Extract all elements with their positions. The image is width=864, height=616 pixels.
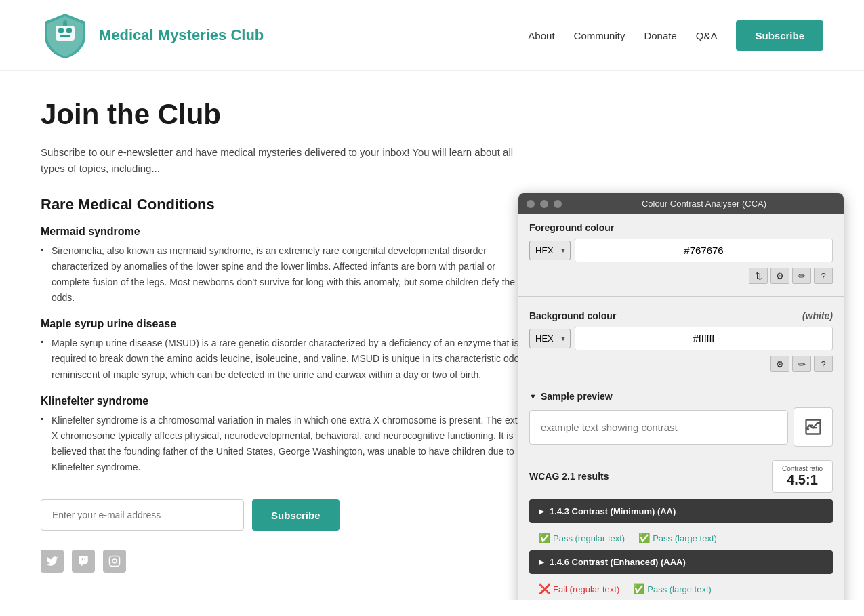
intro-text: Subscribe to our e-newsletter and have m… <box>41 144 529 177</box>
twitch-icon[interactable] <box>72 550 95 573</box>
criterion-2-result-regular: ❌ Fail (regular text) <box>539 583 619 594</box>
left-content: Join the Club Subscribe to our e-newslet… <box>41 98 529 573</box>
wcag-results-section: WCAG 2.1 results Contrast ratio 4.5:1 1.… <box>518 453 844 600</box>
svg-point-5 <box>63 20 67 24</box>
chart-icon <box>804 417 823 436</box>
cca-titlebar: Colour Contrast Analyser (CCA) <box>518 193 844 214</box>
site-header: Medical Mysteries Club About Community D… <box>0 0 864 71</box>
condition-desc-1: Sirenomelia, also known as mermaid syndr… <box>41 243 529 306</box>
foreground-input-row: HEX ▼ <box>529 239 833 262</box>
twitter-icon[interactable] <box>41 550 64 573</box>
cca-panel: Colour Contrast Analyser (CCA) Foregroun… <box>518 193 844 600</box>
foreground-label: Foreground colour <box>529 222 833 233</box>
eyedropper-fg-icon-btn[interactable]: ✏ <box>792 268 811 284</box>
svg-rect-3 <box>60 35 70 37</box>
background-hint: (white) <box>802 310 833 321</box>
titlebar-dot-2 <box>540 200 548 208</box>
wcag-header-row: WCAG 2.1 results Contrast ratio 4.5:1 <box>529 460 833 493</box>
svg-rect-0 <box>56 26 75 41</box>
condition-desc-3: Klinefelter syndrome is a chromosomal va… <box>41 413 529 475</box>
instagram-icon[interactable] <box>103 550 126 573</box>
sample-preview-label: Sample preview <box>529 391 833 402</box>
sample-preview-area: example text showing contrast <box>529 407 833 447</box>
condition-title-1: Mermaid syndrome <box>41 226 529 238</box>
main-layout: Join the Club Subscribe to our e-newslet… <box>0 71 864 600</box>
help-fg-icon-btn[interactable]: ? <box>814 268 833 284</box>
nav-subscribe-button[interactable]: Subscribe <box>736 20 823 51</box>
criterion-1[interactable]: 1.4.3 Contrast (Minimum) (AA) <box>529 499 833 523</box>
condition-title-3: Klinefelter syndrome <box>41 395 529 407</box>
svg-rect-6 <box>110 556 120 567</box>
email-input[interactable] <box>41 499 244 531</box>
sample-preview-section: Sample preview example text showing cont… <box>518 384 844 453</box>
titlebar-dot-3 <box>554 200 562 208</box>
background-format-select[interactable]: HEX <box>529 329 571 348</box>
pass-check-icon: ✅ <box>539 533 550 543</box>
cca-title: Colour Contrast Analyser (CCA) <box>573 199 836 209</box>
eyedropper-bg-icon-btn[interactable]: ✏ <box>792 356 811 372</box>
condition-item: Klinefelter syndrome Klinefelter syndrom… <box>41 395 529 475</box>
condition-item: Maple syrup urine disease Maple syrup ur… <box>41 318 529 382</box>
criterion-1-results: ✅ Pass (regular text) ✅ Pass (large text… <box>529 529 833 550</box>
logo-icon <box>41 11 89 60</box>
foreground-hex-input[interactable] <box>575 239 833 262</box>
fail-x-icon: ❌ <box>539 583 550 594</box>
settings-icon-btn[interactable]: ⚙ <box>770 268 789 284</box>
foreground-format-select[interactable]: HEX <box>529 241 571 260</box>
criterion-2-results: ❌ Fail (regular text) ✅ Pass (large text… <box>529 579 833 600</box>
email-form: Subscribe <box>41 499 529 531</box>
background-hex-input[interactable] <box>575 327 833 350</box>
background-input-row: HEX ▼ <box>529 327 833 350</box>
svg-rect-2 <box>66 28 72 33</box>
foreground-icon-row: ⇅ ⚙ ✏ ? <box>529 268 833 284</box>
background-format-selector[interactable]: HEX ▼ <box>529 329 571 348</box>
nav-qa[interactable]: Q&A <box>696 30 718 41</box>
page-title: Join the Club <box>41 98 529 131</box>
pass-check-icon-2: ✅ <box>638 533 650 543</box>
subscribe-form-button[interactable]: Subscribe <box>252 499 340 531</box>
pass-check-icon-3: ✅ <box>633 583 644 594</box>
transfer-icon-btn[interactable]: ⇅ <box>749 268 768 284</box>
nav-community[interactable]: Community <box>574 30 625 41</box>
main-nav: About Community Donate Q&A Subscribe <box>528 20 823 51</box>
chart-view-button[interactable] <box>794 407 833 447</box>
background-icon-row: ⚙ ✏ ? <box>529 356 833 372</box>
site-title: Medical Mysteries Club <box>99 26 264 44</box>
nav-about[interactable]: About <box>528 30 554 41</box>
criterion-1-result-regular: ✅ Pass (regular text) <box>539 533 625 543</box>
contrast-ratio-label: Contrast ratio <box>782 465 823 472</box>
criterion-2-result-large: ✅ Pass (large text) <box>633 583 712 594</box>
criterion-2[interactable]: 1.4.6 Contrast (Enhanced) (AAA) <box>529 550 833 574</box>
logo-area: Medical Mysteries Club <box>41 11 264 60</box>
social-icons <box>41 550 529 573</box>
contrast-ratio-value: 4.5:1 <box>782 472 823 488</box>
background-label: Background colour (white) <box>529 310 833 321</box>
condition-desc-2: Maple syrup urine disease (MSUD) is a ra… <box>41 335 529 382</box>
divider-1 <box>518 296 844 297</box>
settings-bg-icon-btn[interactable]: ⚙ <box>770 356 789 372</box>
foreground-section: Foreground colour HEX ▼ ⇅ ⚙ ✏ ? <box>518 214 844 296</box>
condition-item: Mermaid syndrome Sirenomelia, also known… <box>41 226 529 306</box>
help-bg-icon-btn[interactable]: ? <box>814 356 833 372</box>
svg-rect-1 <box>58 28 64 33</box>
nav-donate[interactable]: Donate <box>644 30 676 41</box>
section-heading: Rare Medical Conditions <box>41 196 529 213</box>
condition-title-2: Maple syrup urine disease <box>41 318 529 330</box>
sample-text-box: example text showing contrast <box>529 410 788 445</box>
foreground-format-selector[interactable]: HEX ▼ <box>529 241 571 260</box>
contrast-ratio-box: Contrast ratio 4.5:1 <box>772 460 833 493</box>
criterion-1-result-large: ✅ Pass (large text) <box>638 533 717 543</box>
wcag-label: WCAG 2.1 results <box>529 471 609 482</box>
titlebar-dot-1 <box>527 200 535 208</box>
background-section: Background colour (white) HEX ▼ ⚙ ✏ ? <box>518 302 844 384</box>
